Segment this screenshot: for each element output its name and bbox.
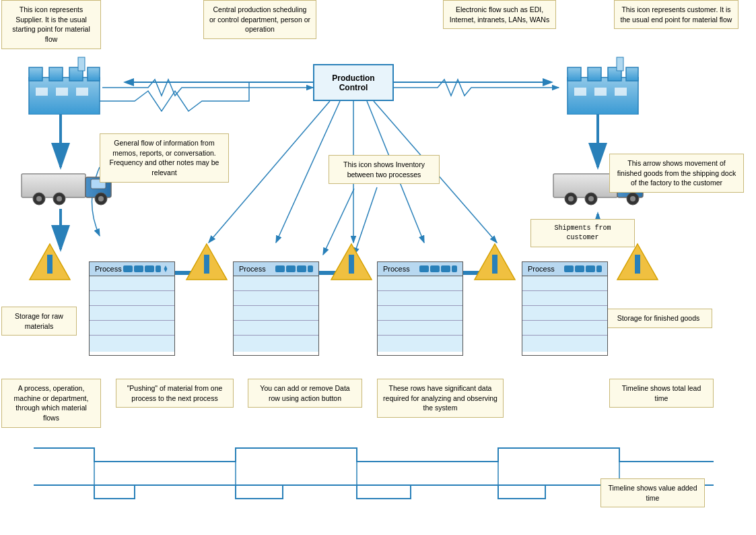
process-header-4: Process bbox=[522, 262, 607, 276]
process-box-1: Process bbox=[89, 261, 175, 356]
svg-rect-25 bbox=[29, 77, 100, 115]
info-flow-callout: General flow of information from memos, … bbox=[100, 133, 229, 183]
inventory-triangle-1 bbox=[185, 243, 228, 284]
inventory-triangle-3 bbox=[473, 243, 516, 284]
svg-rect-33 bbox=[76, 88, 88, 96]
process-header-3: Process bbox=[378, 262, 462, 276]
svg-rect-38 bbox=[626, 67, 638, 81]
process-box-4: Process bbox=[522, 261, 608, 356]
datarow-callout: You can add or remove Data row using act… bbox=[248, 379, 362, 408]
inventory-triangle-4 bbox=[616, 243, 659, 284]
diagram-container: This icon represents Supplier. It is the… bbox=[0, 0, 756, 535]
svg-rect-40 bbox=[574, 88, 586, 96]
process-header-1: Process bbox=[90, 262, 174, 276]
svg-point-51 bbox=[98, 196, 104, 201]
significant-data-callout: These rows have significant data require… bbox=[377, 379, 504, 418]
prod-control-label: Production Control bbox=[332, 73, 374, 92]
process-box-3: Process bbox=[377, 261, 463, 356]
svg-rect-66 bbox=[349, 255, 354, 274]
process-label-1: Process bbox=[95, 265, 122, 273]
shipment-arrow-callout: This arrow shows movement of finished go… bbox=[609, 154, 744, 193]
svg-rect-64 bbox=[204, 255, 209, 274]
lead-time-callout: Timeline shows total lead time bbox=[609, 379, 714, 408]
svg-rect-26 bbox=[29, 67, 42, 81]
pushing-callout: "Pushing" of material from one process t… bbox=[116, 379, 234, 408]
svg-rect-34 bbox=[568, 77, 638, 115]
customer-factory bbox=[564, 54, 642, 115]
svg-point-60 bbox=[630, 196, 635, 201]
storage-finished-callout: Storage for finished goods bbox=[605, 309, 712, 328]
value-added-callout: Timeline shows value added time bbox=[600, 478, 705, 507]
supplier-factory bbox=[26, 54, 103, 115]
svg-rect-68 bbox=[492, 255, 497, 274]
svg-rect-30 bbox=[78, 57, 85, 71]
storage-raw-callout: Storage for raw materials bbox=[1, 307, 77, 336]
svg-rect-62 bbox=[47, 255, 53, 274]
svg-rect-42 bbox=[615, 88, 627, 96]
production-control-box: Production Control bbox=[313, 64, 394, 101]
prod-control-callout: Central production scheduling or control… bbox=[203, 0, 316, 39]
svg-rect-39 bbox=[617, 57, 623, 71]
inventory-triangle-2 bbox=[330, 243, 373, 284]
process-box-2: Process bbox=[233, 261, 319, 356]
svg-rect-29 bbox=[88, 67, 100, 81]
svg-rect-41 bbox=[594, 88, 607, 96]
inventory-callout: This icon shows Inventory between two pr… bbox=[329, 155, 440, 184]
svg-rect-70 bbox=[635, 255, 640, 274]
supplier-callout: This icon represents Supplier. It is the… bbox=[1, 0, 101, 49]
svg-rect-32 bbox=[56, 88, 68, 96]
svg-point-47 bbox=[36, 196, 42, 201]
process-label-4: Process bbox=[528, 265, 555, 273]
svg-point-58 bbox=[588, 196, 594, 201]
process-label-3: Process bbox=[383, 265, 410, 273]
svg-point-56 bbox=[568, 196, 574, 201]
electronic-callout: Electronic flow such as EDI, Internet, i… bbox=[443, 0, 556, 29]
process-callout: A process, operation, machine or departm… bbox=[1, 379, 101, 428]
svg-point-49 bbox=[57, 196, 62, 201]
customer-callout: This icon represents customer. It is the… bbox=[614, 0, 738, 29]
svg-rect-27 bbox=[49, 67, 63, 81]
svg-rect-52 bbox=[553, 174, 617, 197]
svg-rect-31 bbox=[36, 88, 48, 96]
svg-rect-43 bbox=[22, 174, 85, 197]
process-label-2: Process bbox=[239, 265, 266, 273]
svg-rect-36 bbox=[588, 67, 601, 81]
svg-rect-35 bbox=[568, 67, 581, 81]
process-header-2: Process bbox=[234, 262, 318, 276]
inventory-triangle-0 bbox=[28, 243, 71, 284]
